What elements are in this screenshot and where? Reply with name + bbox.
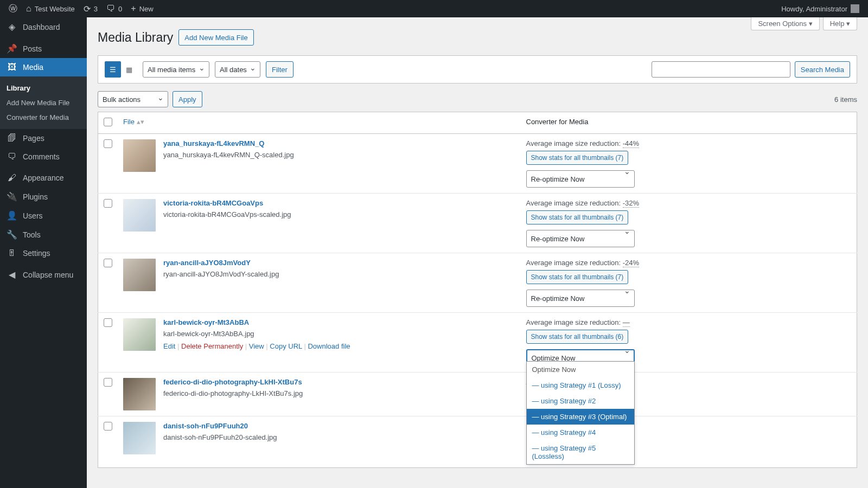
filename: victoria-rokita-bR4MCGoaVps-scaled.jpg — [163, 210, 291, 219]
sidebar-sub-library[interactable]: Library — [0, 81, 87, 95]
media-table: File▴▾ Converter for Media yana_hurskaya… — [98, 112, 857, 468]
show-stats-button[interactable]: Show stats for all thumbnails (7) — [526, 270, 629, 284]
search-media-button[interactable]: Search Media — [795, 61, 850, 78]
sidebar-item-comments[interactable]: 🗨Comments — [0, 147, 87, 166]
dropdown-option[interactable]: Optimize Now — [527, 362, 634, 377]
site-name: Test Website — [35, 5, 75, 13]
wrench-icon: 🔧 — [7, 229, 17, 240]
show-stats-button[interactable]: Show stats for all thumbnails (7) — [526, 210, 629, 224]
edit-link[interactable]: Edit — [163, 342, 175, 350]
sidebar-submenu-media: Library Add New Media File Converter for… — [0, 76, 87, 129]
brush-icon: 🖌 — [7, 173, 17, 183]
thumbnail[interactable] — [123, 318, 156, 351]
admin-sidebar: ◈Dashboard 📌Posts 🖾Media Library Add New… — [0, 17, 87, 488]
grid-view-button[interactable]: ▦ — [121, 61, 137, 78]
table-row: karl-bewick-oyr-Mt3AbBA karl-bewick-oyr-… — [98, 313, 857, 373]
sidebar-item-media[interactable]: 🖾Media — [0, 58, 87, 76]
wp-logo[interactable]: ⓦ — [4, 0, 22, 17]
sidebar-label: Comments — [23, 152, 60, 161]
select-all-checkbox[interactable] — [104, 118, 112, 126]
sidebar-sub-add-new[interactable]: Add New Media File — [0, 95, 87, 110]
row-checkbox[interactable] — [104, 199, 112, 208]
show-stats-button[interactable]: Show stats for all thumbnails (7) — [526, 151, 629, 165]
screen-options-toggle[interactable]: Screen Options ▾ — [751, 17, 819, 30]
help-toggle[interactable]: Help ▾ — [823, 17, 857, 30]
media-icon: 🖾 — [7, 62, 17, 72]
reduction-pct: -32% — [623, 199, 639, 208]
media-title-link[interactable]: victoria-rokita-bR4MCGoaVps — [163, 199, 263, 207]
comments-link[interactable]: 🗨0 — [102, 0, 126, 17]
my-account-link[interactable]: Howdy, Administrator — [777, 0, 864, 17]
row-checkbox[interactable] — [104, 378, 112, 387]
media-title-link[interactable]: yana_hurskaya-fL4kevRMN_Q — [163, 139, 264, 147]
dropdown-option[interactable]: — using Strategy #2 — [527, 393, 634, 409]
apply-bulk-button[interactable]: Apply — [173, 91, 202, 107]
view-link[interactable]: View — [249, 342, 264, 350]
sidebar-label: Appearance — [23, 174, 64, 182]
thumbnail[interactable] — [123, 422, 156, 454]
avg-reduction-text: Average image size reduction: -24% — [526, 259, 852, 267]
sidebar-item-posts[interactable]: 📌Posts — [0, 39, 87, 58]
search-media-input[interactable] — [652, 61, 790, 78]
thumbnail[interactable] — [123, 259, 156, 291]
sidebar-label: Dashboard — [23, 23, 60, 31]
dropdown-option[interactable]: — using Strategy #4 — [527, 425, 634, 440]
filter-button[interactable]: Filter — [266, 61, 293, 78]
download-link[interactable]: Download file — [308, 342, 350, 350]
media-title-link[interactable]: danist-soh-nFu9PFuuh20 — [163, 422, 248, 430]
sidebar-item-tools[interactable]: 🔧Tools — [0, 225, 87, 244]
thumbnail[interactable] — [123, 139, 156, 172]
media-type-filter[interactable]: All media items — [143, 61, 209, 78]
sidebar-item-appearance[interactable]: 🖌Appearance — [0, 169, 87, 187]
sidebar-label: Posts — [23, 44, 42, 53]
bulk-actions-select[interactable]: Bulk actions — [98, 91, 168, 107]
row-checkbox[interactable] — [104, 422, 112, 431]
optimize-select[interactable]: Re-optimize Now — [526, 290, 635, 307]
sidebar-sub-converter[interactable]: Converter for Media — [0, 110, 87, 125]
dropdown-option[interactable]: — using Strategy #5 (Lossless) — [527, 440, 634, 464]
optimize-select[interactable]: Re-optimize Now — [526, 170, 635, 188]
table-row: ryan-ancill-aJYO8JmVodY ryan-ancill-aJYO… — [98, 253, 857, 313]
sidebar-item-plugins[interactable]: 🔌Plugins — [0, 187, 87, 206]
add-new-media-button[interactable]: Add New Media File — [178, 29, 253, 46]
thumbnail[interactable] — [123, 199, 156, 232]
media-title-link[interactable]: federico-di-dio-photography-LkHI-XtBu7s — [163, 378, 302, 386]
new-content-link[interactable]: +New — [126, 0, 157, 17]
new-label: New — [139, 5, 154, 13]
optimize-select[interactable]: Re-optimize Now — [526, 230, 635, 247]
column-file[interactable]: File▴▾ — [118, 112, 521, 134]
filename: karl-bewick-oyr-Mt3AbBA.jpg — [163, 330, 350, 338]
sidebar-label: Media — [23, 63, 43, 72]
show-stats-button[interactable]: Show stats for all thumbnails (6) — [526, 330, 629, 344]
copy-url-link[interactable]: Copy URL — [270, 342, 302, 350]
row-checkbox[interactable] — [104, 139, 112, 148]
updates-link[interactable]: ⟳3 — [79, 0, 102, 17]
comment-icon: 🗨 — [106, 4, 115, 14]
sidebar-item-settings[interactable]: 🎚Settings — [0, 244, 87, 262]
media-title-link[interactable]: karl-bewick-oyr-Mt3AbBA — [163, 318, 249, 326]
update-icon: ⟳ — [84, 4, 91, 14]
media-title-link[interactable]: ryan-ancill-aJYO8JmVodY — [163, 259, 251, 267]
delete-link[interactable]: Delete Permanently — [181, 342, 243, 350]
site-name-link[interactable]: ⌂Test Website — [22, 0, 79, 17]
row-checkbox[interactable] — [104, 259, 112, 267]
dropdown-option[interactable]: — using Strategy #3 (Optimal) — [527, 409, 634, 425]
avg-reduction-text: Average image size reduction: -32% — [526, 199, 852, 207]
sidebar-item-dashboard[interactable]: ◈Dashboard — [0, 17, 87, 36]
sidebar-item-users[interactable]: 👤Users — [0, 206, 87, 225]
plug-icon: 🔌 — [7, 191, 17, 202]
sidebar-collapse[interactable]: ◀Collapse menu — [0, 265, 87, 284]
sliders-icon: 🎚 — [7, 248, 17, 258]
dropdown-option[interactable]: — using Strategy #1 (Lossy) — [527, 377, 634, 393]
row-checkbox[interactable] — [104, 318, 112, 327]
screen-meta-links: Screen Options ▾ Help ▾ — [751, 17, 857, 30]
sidebar-label: Pages — [23, 134, 44, 143]
comment-icon: 🗨 — [7, 152, 17, 162]
date-filter[interactable]: All dates — [215, 61, 260, 78]
list-view-button[interactable]: ☰ — [105, 61, 121, 78]
sidebar-item-pages[interactable]: 🗐Pages — [0, 129, 87, 147]
row-actions: Edit | Delete Permanently | View | Copy … — [163, 342, 350, 350]
sidebar-label: Settings — [23, 249, 50, 258]
avatar — [851, 4, 859, 13]
thumbnail[interactable] — [123, 378, 156, 410]
